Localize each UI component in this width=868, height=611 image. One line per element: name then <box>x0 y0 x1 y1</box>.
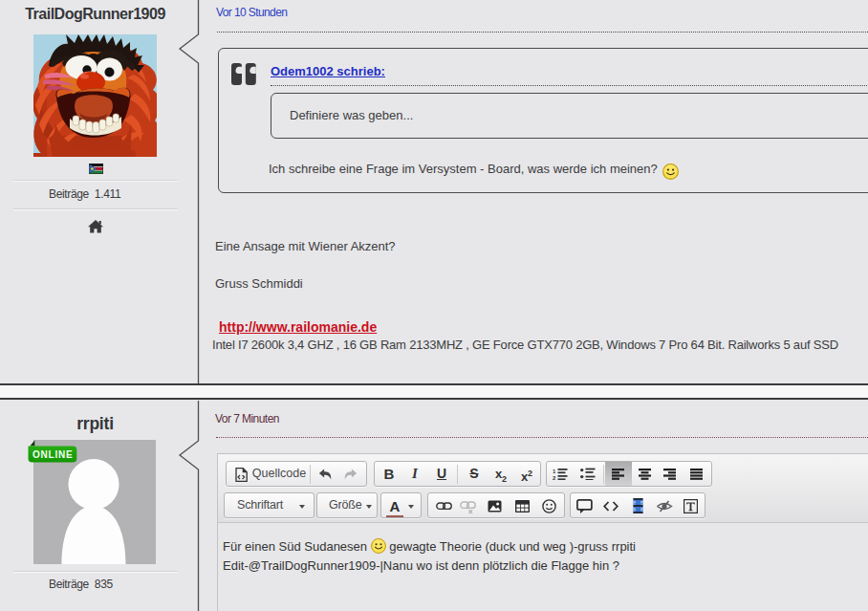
svg-text:ONLINE: ONLINE <box>33 449 74 460</box>
svg-text:2: 2 <box>553 475 556 481</box>
svg-text:1: 1 <box>553 469 556 474</box>
